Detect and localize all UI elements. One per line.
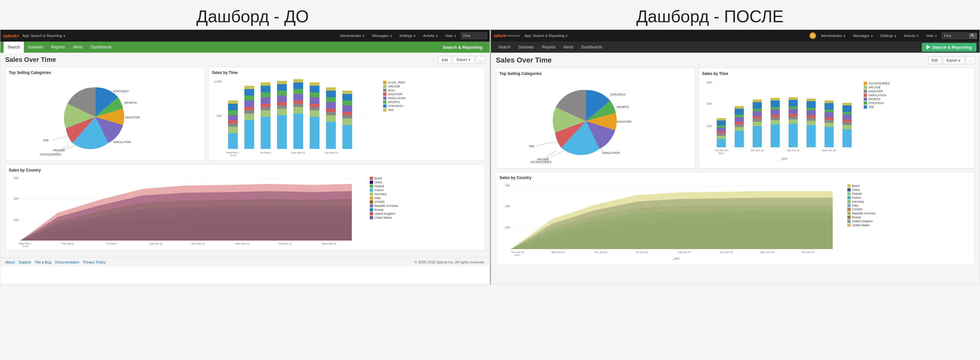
top-charts-row-after: Top Selling Categories STRATEGY (496, 68, 975, 168)
svg-rect-34 (293, 114, 303, 149)
footer-docs[interactable]: Documentation (55, 260, 80, 264)
svg-rect-132 (807, 121, 816, 125)
find-input-after[interactable] (942, 32, 968, 39)
footer-privacy[interactable]: Privacy Policy (83, 260, 105, 264)
svg-rect-91 (717, 139, 726, 147)
dashboard-before: splunk> App: Search & Reporting ∨ Admini… (0, 29, 490, 285)
svg-rect-149 (843, 122, 852, 125)
footer-about[interactable]: About (5, 260, 15, 264)
svg-text:_time: _time (780, 157, 787, 160)
nav-datasets-after[interactable]: Datasets (514, 42, 538, 53)
topnav-activity-before[interactable]: Activity ∨ (420, 32, 441, 39)
svg-rect-28 (277, 106, 287, 109)
edit-btn-before[interactable]: Edit (438, 56, 452, 64)
topnav-messages-before[interactable]: Messages ∨ (369, 32, 395, 39)
svg-rect-154 (843, 103, 852, 106)
svg-rect-108 (752, 122, 762, 126)
topnav-admin-after[interactable]: Administrator ∨ (819, 32, 849, 39)
logo-splunk-text: splunk (493, 34, 506, 38)
svg-rect-50 (326, 122, 336, 149)
export-btn-after[interactable]: Export ∨ (943, 57, 964, 64)
export-btn-before[interactable]: Export ∨ (453, 56, 474, 64)
svg-rect-61 (342, 112, 352, 115)
topnav-admin-before[interactable]: Administrator ∨ (338, 32, 368, 39)
x-feb9b: Fri Feb 9 (107, 242, 117, 245)
svg-rect-29 (277, 102, 287, 106)
dots-btn-after[interactable]: ... (966, 57, 975, 64)
svg-rect-107 (752, 126, 762, 147)
nav-dashboards-before[interactable]: Dashboards (87, 42, 116, 53)
search-btn-after[interactable]: 🔍 (969, 33, 977, 39)
label-accessories2: ACCESSORIES (40, 153, 61, 156)
nav-alerts-before[interactable]: Alerts (68, 42, 87, 53)
svg-rect-111 (752, 111, 762, 116)
dashboard-title-after: Sales Over Time (496, 56, 552, 64)
footer-filebug[interactable]: File a Bug (35, 260, 51, 264)
topnav-help-before[interactable]: Help ∨ (442, 32, 459, 39)
y-300: 300 (14, 176, 19, 180)
app-name-after[interactable]: App: Search & Reporting ∨ (525, 34, 568, 38)
nav-search-before[interactable]: Search (3, 42, 24, 53)
footer-support[interactable]: Support (19, 260, 31, 264)
svg-text:Sat Jun 24: Sat Jun 24 (787, 149, 800, 152)
svg-rect-17 (244, 86, 254, 89)
svg-text:SHOOTER: SHOOTER (617, 120, 632, 123)
nav-search-after[interactable]: Search (494, 42, 514, 53)
pie-title-after: Top Selling Categories (500, 71, 692, 76)
svg-rect-30 (277, 96, 287, 102)
navbar-after: Search Datasets Reports Alerts Dashboard… (491, 42, 980, 53)
topnav-settings-after[interactable]: Settings ∨ (878, 32, 900, 39)
legend-accessories: ACCE...RIES (383, 81, 406, 84)
nav-reports-after[interactable]: Reports (538, 42, 559, 53)
nav-alerts-after[interactable]: Alerts (559, 42, 577, 53)
svg-text:Thu Jun 22: Thu Jun 22 (751, 149, 764, 152)
svg-rect-128 (789, 106, 798, 109)
edit-btn-after[interactable]: Edit (928, 57, 942, 64)
svg-rect-151 (843, 115, 852, 120)
svg-rect-150 (843, 120, 852, 122)
svg-rect-141 (824, 120, 834, 123)
svg-rect-136 (807, 108, 816, 110)
bar-title-before: Sales by Time (212, 70, 481, 75)
nav-dashboards-after[interactable]: Dashboards (577, 42, 606, 53)
dashboard-after: splunk enterprise App: Search & Reportin… (490, 29, 980, 285)
label-tee: TEE (43, 139, 49, 142)
find-input-before[interactable] (461, 32, 487, 39)
svg-rect-55 (326, 97, 336, 102)
svg-rect-119 (771, 110, 780, 115)
bar1-accessories (228, 133, 238, 149)
dots-btn-before[interactable]: ... (476, 56, 485, 64)
svg-rect-130 (789, 97, 798, 100)
svg-rect-106 (735, 106, 744, 109)
svg-text:_time: _time (672, 257, 679, 260)
x-feb12: Mon Feb 12 (235, 242, 250, 245)
svg-rect-114 (752, 99, 762, 102)
topnav-help-after[interactable]: Help ∨ (923, 32, 940, 39)
topnav-messages-after[interactable]: Messages ∨ (850, 32, 875, 39)
svg-rect-125 (789, 117, 798, 120)
svg-rect-105 (735, 109, 744, 115)
svg-rect-129 (789, 100, 798, 106)
svg-rect-103 (735, 117, 744, 122)
nav-reports-before[interactable]: Reports (47, 42, 68, 53)
svg-text:Tue Jun 20: Tue Jun 20 (511, 251, 524, 254)
area-chart-before: 300 200 100 (9, 175, 368, 247)
svg-rect-123 (789, 124, 798, 147)
svg-rect-94 (717, 131, 726, 134)
svg-text:SIMULATION: SIMULATION (602, 151, 620, 154)
pie-chart-after: STRATEGY SPORTS SHOOTER SIMULATION ACCES… (500, 78, 692, 164)
svg-text:200: 200 (707, 124, 712, 128)
bar1-null (228, 123, 238, 126)
topnav-settings-before[interactable]: Settings ∨ (397, 32, 419, 39)
svg-rect-145 (824, 103, 834, 110)
topnav-activity-after[interactable]: Activity ∨ (901, 32, 921, 39)
app-name-before[interactable]: App: Search & Reporting ∨ (22, 34, 66, 38)
bar1-strategy (228, 104, 238, 110)
svg-text:Sat Jun 24: Sat Jun 24 (678, 251, 690, 254)
nav-datasets-before[interactable]: Datasets (24, 42, 47, 53)
svg-text:Tue Jun 20: Tue Jun 20 (715, 149, 728, 152)
svg-rect-124 (789, 120, 798, 124)
svg-text:2017: 2017 (718, 152, 724, 155)
navbar-right-after: Search & Reporting (922, 43, 977, 52)
x-label-feb13: Tue Feb 13 (325, 151, 338, 154)
